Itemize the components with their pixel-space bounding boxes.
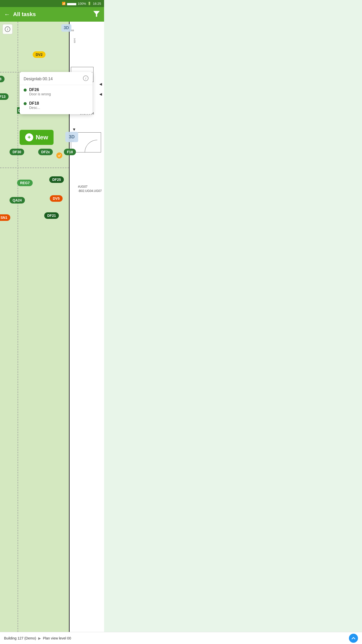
marker-df25[interactable]: DF25 (49, 176, 64, 183)
marker-sn1[interactable]: SN1 (0, 214, 10, 221)
marker-f18[interactable]: F18 (64, 149, 76, 155)
svg-text:i: i (7, 27, 8, 31)
marker-df30[interactable]: DF30 (10, 149, 24, 155)
new-button-icon: + (25, 133, 33, 141)
popup-item-id-df26: DF26 (29, 88, 51, 92)
status-dot-check (56, 152, 62, 158)
popup-item-df18[interactable]: DF18 Desc... (20, 99, 93, 112)
arrow-down: ▼ (72, 127, 76, 132)
back-button[interactable]: ← (4, 11, 10, 18)
popup-dot-df18 (24, 102, 27, 105)
marker-qa24[interactable]: QA24 (10, 197, 25, 204)
new-button-label: New (36, 134, 48, 141)
marker-df21[interactable]: DF21 (44, 212, 59, 219)
marker-df2x[interactable]: DF2x (38, 149, 53, 155)
popup-header: Designlab 00.14 i (20, 72, 93, 85)
header: ← All tasks (0, 7, 104, 22)
marker-dv2[interactable]: DV2 (33, 51, 46, 58)
marker-reg7[interactable]: REG7 (17, 180, 33, 186)
signal-icon: ▅▅▅▅ (67, 2, 76, 5)
popup-item-desc-df26: Door is wrong (29, 92, 51, 96)
arrow-right-1: ◀ (99, 82, 102, 86)
svg-text:i: i (85, 76, 86, 80)
3d-button-mid[interactable]: 3D (65, 132, 78, 142)
room-label-ug07: #UG07 -B02.UG04.UG07 (78, 185, 102, 193)
popup-item-id-df18: DF18 (29, 101, 40, 106)
status-bar: 📶 ▅▅▅▅ 100% 🔋 16:25 (0, 0, 104, 7)
marker-8[interactable]: 8 (0, 76, 5, 82)
popup-card: Designlab 00.14 i DF26 Door is wrong DF1… (20, 72, 93, 114)
wifi-icon: 📶 (62, 2, 66, 5)
time-text: 16:25 (93, 2, 101, 6)
marker-f13[interactable]: F13 (0, 93, 9, 100)
floorplan[interactable]: 1426 2100 202 ▼ ◀ ◀ 203 203 i 3D DV2 8 F… (0, 22, 104, 632)
svg-marker-0 (94, 11, 100, 17)
arrow-right-2: ◀ (99, 92, 102, 96)
new-button[interactable]: + New (20, 130, 54, 145)
popup-title: Designlab 00.14 (24, 77, 53, 81)
battery-icon: 🔋 (87, 2, 91, 5)
info-button[interactable]: i (3, 24, 13, 34)
3d-button-top[interactable]: 3D (61, 24, 71, 32)
popup-info-icon[interactable]: i (83, 75, 88, 82)
battery-text: 100% (78, 2, 86, 6)
dim-text-1: 1426 (73, 38, 76, 43)
page-title: All tasks (13, 11, 90, 18)
popup-item-df26[interactable]: DF26 Door is wrong (20, 85, 93, 99)
filter-icon[interactable] (93, 10, 100, 19)
marker-dv5[interactable]: DV5 (50, 195, 63, 202)
popup-dot-df26 (24, 89, 27, 92)
popup-item-desc-df18: Desc... (29, 106, 40, 110)
